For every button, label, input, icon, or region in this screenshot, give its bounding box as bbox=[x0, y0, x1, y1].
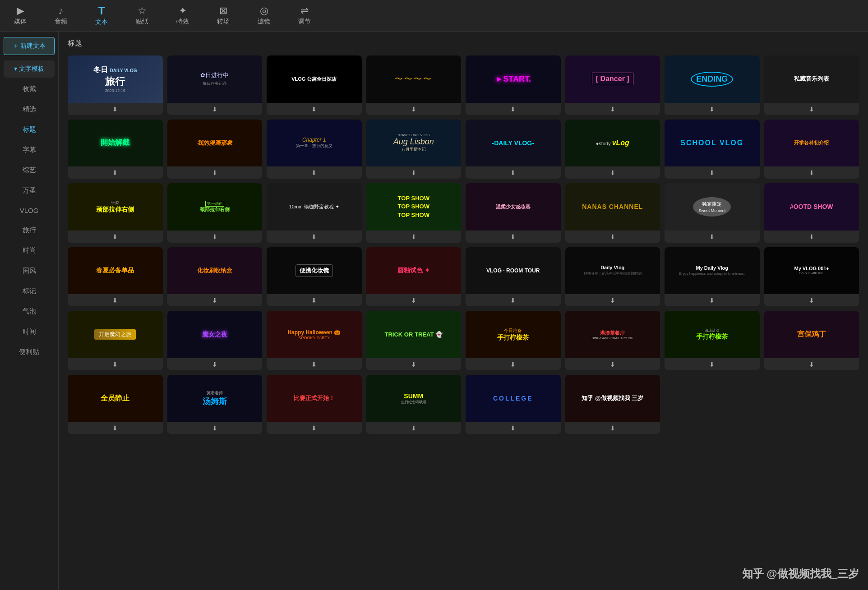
card-25[interactable]: 春夏必备单品 ⬇ bbox=[68, 247, 163, 307]
card-15-download[interactable]: ⬇ bbox=[709, 169, 715, 176]
sidebar-item-variety[interactable]: 综艺 bbox=[4, 161, 55, 179]
card-24[interactable]: #OOTD SHOW ⬇ bbox=[764, 183, 859, 243]
card-29-download[interactable]: ⬇ bbox=[510, 297, 516, 304]
card-14-download[interactable]: ⬇ bbox=[610, 169, 615, 176]
card-46-download[interactable]: ⬇ bbox=[610, 424, 615, 432]
card-3[interactable]: VLOG 公寓全日探店 ⬇ bbox=[267, 55, 362, 115]
card-6-download[interactable]: ⬇ bbox=[610, 106, 615, 113]
toolbar-media[interactable]: ▶ 媒体 bbox=[0, 3, 41, 28]
card-12[interactable]: TRAVELLING VLOG Aug Lisbon 八月里斯本记 ⬇ bbox=[366, 120, 462, 179]
card-18-download[interactable]: ⬇ bbox=[212, 233, 217, 240]
sidebar-item-subtitle[interactable]: 字幕 bbox=[4, 141, 55, 159]
card-38[interactable]: 港澳茶餐厅 BING/GANG/CHA/CAR/TING ⬇ bbox=[565, 311, 660, 370]
sidebar-item-bubble[interactable]: 气泡 bbox=[4, 303, 55, 320]
card-42[interactable]: 英语老师 汤姆斯 ⬇ bbox=[167, 375, 263, 434]
card-5[interactable]: ►START. ⬇ bbox=[466, 55, 561, 115]
toolbar-effects[interactable]: ✦ 特效 bbox=[162, 3, 203, 28]
card-10-download[interactable]: ⬇ bbox=[212, 169, 217, 176]
card-45[interactable]: COLLEGE ⬇ bbox=[466, 375, 561, 434]
card-9[interactable]: 開始解戲 ⬇ bbox=[68, 120, 163, 179]
sidebar-item-featured[interactable]: 精选 bbox=[4, 101, 55, 118]
card-26-download[interactable]: ⬇ bbox=[212, 297, 217, 304]
card-12-download[interactable]: ⬇ bbox=[411, 169, 416, 176]
card-35[interactable]: Happy Halloween 🎃 SPOOKY PARTY ⬇ bbox=[267, 311, 362, 370]
card-22-download[interactable]: ⬇ bbox=[610, 233, 615, 240]
sidebar-item-time[interactable]: 时间 bbox=[4, 323, 55, 341]
card-39-download[interactable]: ⬇ bbox=[709, 361, 715, 368]
card-10[interactable]: 我的漫画形象 ⬇ bbox=[167, 120, 263, 179]
card-23-download[interactable]: ⬇ bbox=[709, 233, 715, 240]
card-5-download[interactable]: ⬇ bbox=[510, 106, 516, 113]
card-23[interactable]: 独家限定Sweet Moment ⬇ bbox=[665, 183, 760, 243]
card-13[interactable]: -DAILY VLOG- ⬇ bbox=[466, 120, 561, 179]
toolbar-adjust[interactable]: ⇌ 调节 bbox=[284, 3, 325, 28]
card-15[interactable]: SCHOOL VLOG ⬇ bbox=[665, 120, 760, 179]
card-11[interactable]: Chapter 1 第一章：旅行的意义 ⬇ bbox=[267, 120, 362, 179]
card-8-download[interactable]: ⬇ bbox=[809, 106, 814, 113]
card-44-download[interactable]: ⬇ bbox=[411, 424, 416, 432]
sidebar-item-sticky[interactable]: 便利贴 bbox=[4, 343, 55, 361]
new-text-button[interactable]: ＋ 新建文本 bbox=[4, 37, 55, 55]
card-43-download[interactable]: ⬇ bbox=[311, 424, 317, 432]
card-17[interactable]: 坐姿 颈部拉伸右侧 ⬇ bbox=[68, 183, 163, 243]
card-40-download[interactable]: ⬇ bbox=[809, 361, 814, 368]
card-32-download[interactable]: ⬇ bbox=[809, 297, 814, 304]
card-1[interactable]: 冬日 DAILY VLOG 旅行 2020.12.19 ⬇ bbox=[68, 55, 163, 115]
card-26[interactable]: 化妆刷收纳盒 ⬇ bbox=[167, 247, 263, 307]
toolbar-transition[interactable]: ⊠ 转场 bbox=[203, 3, 244, 28]
card-33-download[interactable]: ⬇ bbox=[112, 361, 118, 368]
card-6[interactable]: [ Dancer ] ⬇ bbox=[565, 55, 660, 115]
card-37[interactable]: 今日准备 手打柠檬茶 ⬇ bbox=[466, 311, 561, 370]
card-41-download[interactable]: ⬇ bbox=[112, 424, 118, 432]
card-19-download[interactable]: ⬇ bbox=[311, 233, 317, 240]
card-20[interactable]: TOP SHOWTOP SHOWTOP SHOW ⬇ bbox=[366, 183, 462, 243]
card-21-download[interactable]: ⬇ bbox=[510, 233, 516, 240]
card-8[interactable]: 私藏音乐列表 ⬇ bbox=[764, 55, 859, 115]
sidebar-item-vlog[interactable]: VLOG bbox=[4, 202, 55, 219]
card-32[interactable]: My VLOG 001♦ Go out with me. ⬇ bbox=[764, 247, 859, 307]
card-40[interactable]: 宫保鸡丁 ⬇ bbox=[764, 311, 859, 370]
card-4[interactable]: 〜〜〜〜 ⬇ bbox=[366, 55, 462, 115]
toolbar-sticker[interactable]: ☆ 贴纸 bbox=[122, 3, 162, 28]
card-36[interactable]: TRICK OR TREAT 👻 ⬇ bbox=[366, 311, 462, 370]
card-44[interactable]: SUMM 生日纪念哦哦哦 ⬇ bbox=[366, 375, 462, 434]
card-16[interactable]: 开学各科初介绍 ⬇ bbox=[764, 120, 859, 179]
card-18[interactable]: 第一·幼作 颈部拉伸右侧 ⬇ bbox=[167, 183, 263, 243]
card-27[interactable]: 便携化妆镜 ⬇ bbox=[267, 247, 362, 307]
card-3-download[interactable]: ⬇ bbox=[311, 106, 317, 113]
card-1-download[interactable]: ⬇ bbox=[112, 106, 118, 113]
card-7[interactable]: ENDING ⬇ bbox=[665, 55, 760, 115]
card-41[interactable]: 全员静止 ⬇ bbox=[68, 375, 163, 434]
card-34[interactable]: 魔女之夜 ⬇ bbox=[167, 311, 263, 370]
card-20-download[interactable]: ⬇ bbox=[411, 233, 416, 240]
card-36-download[interactable]: ⬇ bbox=[411, 361, 416, 368]
card-2[interactable]: ✿日进行中每日任务记录 ⬇ bbox=[167, 55, 263, 115]
sidebar-item-mark[interactable]: 标记 bbox=[4, 282, 55, 300]
card-46[interactable]: 知乎 @做视频找我 三岁 ⬇ bbox=[565, 375, 660, 434]
card-22[interactable]: NANAS CHANNEL ⬇ bbox=[565, 183, 660, 243]
sidebar-item-favorites[interactable]: 收藏 bbox=[4, 80, 55, 98]
sidebar-item-travel[interactable]: 旅行 bbox=[4, 221, 55, 239]
card-28-download[interactable]: ⬇ bbox=[411, 297, 416, 304]
card-39[interactable]: 清凉活动 手打柠檬茶 ⬇ bbox=[665, 311, 760, 370]
card-33[interactable]: 开启魔幻之旅 ⬇ bbox=[68, 311, 163, 370]
sidebar-item-guofeng[interactable]: 国风 bbox=[4, 262, 55, 280]
card-4-download[interactable]: ⬇ bbox=[411, 106, 416, 113]
card-43[interactable]: 比赛正式开始！ ⬇ bbox=[267, 375, 362, 434]
card-42-download[interactable]: ⬇ bbox=[212, 424, 217, 432]
template-button[interactable]: ▾ 文字模板 bbox=[4, 60, 55, 78]
card-37-download[interactable]: ⬇ bbox=[510, 361, 516, 368]
card-11-download[interactable]: ⬇ bbox=[311, 169, 317, 176]
card-21[interactable]: 温柔少女感妆容 ⬇ bbox=[466, 183, 561, 243]
card-30-download[interactable]: ⬇ bbox=[610, 297, 615, 304]
card-27-download[interactable]: ⬇ bbox=[311, 297, 317, 304]
card-34-download[interactable]: ⬇ bbox=[212, 361, 217, 368]
card-19[interactable]: 10min 瑜珈野蛮教程 ✦ ⬇ bbox=[267, 183, 362, 243]
card-2-download[interactable]: ⬇ bbox=[212, 106, 217, 113]
sidebar-item-title[interactable]: 标题 bbox=[4, 121, 55, 138]
card-9-download[interactable]: ⬇ bbox=[112, 169, 118, 176]
card-35-download[interactable]: ⬇ bbox=[311, 361, 317, 368]
card-13-download[interactable]: ⬇ bbox=[510, 169, 516, 176]
card-25-download[interactable]: ⬇ bbox=[112, 297, 118, 304]
card-30[interactable]: Daily Vlog 好物分享｜记录生活中的细后顾时刻 ⬇ bbox=[565, 247, 660, 307]
